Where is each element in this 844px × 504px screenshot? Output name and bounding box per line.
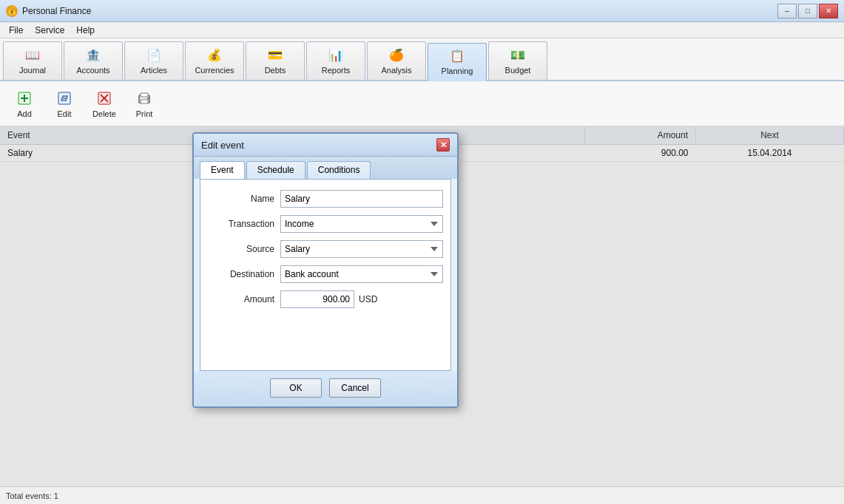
add-button[interactable]: Add (6, 84, 43, 123)
amount-row: Amount USD (208, 290, 443, 308)
destination-label: Destination (208, 269, 274, 279)
nav-reports[interactable]: 📊 Reports (306, 41, 365, 80)
dialog-footer: OK Cancel (194, 371, 457, 406)
source-select[interactable]: Salary Cash Bank account (280, 240, 443, 258)
menu-bar: File Service Help (0, 22, 844, 38)
menu-help[interactable]: Help (70, 24, 101, 37)
transaction-row: Transaction Income Expense Transfer (208, 215, 443, 233)
dialog-titlebar: Edit event ✕ (194, 134, 457, 157)
destination-select[interactable]: Bank account Cash Salary (280, 265, 443, 283)
edit-icon (55, 89, 73, 107)
nav-planning[interactable]: 📋 Planning (428, 43, 487, 81)
amount-label: Amount (208, 294, 274, 304)
nav-analysis[interactable]: 🍊 Analysis (367, 41, 426, 80)
dialog-overlay: Edit event ✕ Event Schedule Conditions N… (0, 126, 844, 486)
dialog-body: Event Schedule Conditions Name Transacti… (194, 157, 457, 406)
print-icon (135, 89, 153, 107)
analysis-icon: 🍊 (388, 46, 405, 64)
source-label: Source (208, 244, 274, 254)
status-text: Total events: 1 (6, 491, 58, 500)
ok-button[interactable]: OK (270, 378, 322, 398)
svg-rect-9 (141, 100, 148, 103)
print-label: Print (136, 109, 153, 118)
accounts-icon: 🏦 (84, 46, 102, 64)
name-label: Name (208, 194, 274, 204)
svg-rect-10 (141, 93, 148, 97)
delete-icon (95, 89, 113, 107)
menu-file[interactable]: File (3, 24, 29, 37)
title-bar: 💰 Personal Finance – □ ✕ (0, 0, 844, 22)
add-label: Add (17, 109, 32, 118)
print-button[interactable]: Print (126, 84, 163, 123)
nav-debts[interactable]: 💳 Debts (246, 41, 305, 80)
edit-button[interactable]: Edit (46, 84, 83, 123)
dialog-tabs: Event Schedule Conditions (194, 157, 457, 179)
menu-service[interactable]: Service (29, 24, 70, 37)
add-icon (16, 89, 33, 107)
transaction-label: Transaction (208, 219, 274, 229)
nav-budget-label: Budget (505, 66, 531, 75)
delete-label: Delete (92, 109, 116, 118)
name-input[interactable] (280, 190, 443, 208)
amount-controls: USD (280, 290, 377, 308)
minimize-button[interactable]: – (777, 4, 797, 18)
tab-event[interactable]: Event (200, 161, 245, 179)
dialog-tab-content: Name Transaction Income Expense Transfer (200, 179, 451, 371)
journal-icon: 📖 (24, 46, 41, 64)
nav-articles[interactable]: 📄 Articles (124, 41, 183, 80)
close-button[interactable]: ✕ (819, 4, 838, 18)
window-title: Personal Finance (22, 6, 91, 16)
nav-journal-label: Journal (19, 66, 46, 75)
amount-input[interactable] (280, 290, 354, 308)
dialog-close-button[interactable]: ✕ (436, 138, 450, 151)
edit-label: Edit (58, 109, 72, 118)
articles-icon: 📄 (145, 46, 163, 64)
nav-currencies[interactable]: 💰 Currencies (185, 41, 244, 80)
tab-schedule[interactable]: Schedule (246, 161, 305, 179)
nav-analysis-label: Analysis (382, 66, 412, 75)
maximize-button[interactable]: □ (798, 4, 817, 18)
debts-icon: 💳 (266, 46, 284, 64)
nav-articles-label: Articles (141, 66, 167, 75)
budget-icon: 💵 (509, 46, 527, 64)
action-toolbar: Add Edit Delete (0, 81, 844, 126)
tab-conditions[interactable]: Conditions (307, 161, 371, 179)
nav-debts-label: Debts (265, 66, 286, 75)
nav-planning-label: Planning (442, 67, 473, 75)
nav-budget[interactable]: 💵 Budget (488, 41, 547, 80)
nav-currencies-label: Currencies (195, 66, 234, 75)
nav-journal[interactable]: 📖 Journal (3, 41, 62, 80)
title-bar-left: 💰 Personal Finance (6, 5, 91, 17)
dialog-title: Edit event (201, 140, 244, 151)
destination-row: Destination Bank account Cash Salary (208, 265, 443, 283)
transaction-select[interactable]: Income Expense Transfer (280, 215, 443, 233)
window-controls: – □ ✕ (777, 4, 838, 18)
cancel-button[interactable]: Cancel (329, 378, 381, 398)
source-row: Source Salary Cash Bank account (208, 240, 443, 258)
delete-button[interactable]: Delete (86, 84, 123, 123)
svg-point-11 (147, 98, 149, 99)
currency-label: USD (359, 294, 377, 304)
nav-accounts[interactable]: 🏦 Accounts (64, 41, 123, 80)
currencies-icon: 💰 (206, 46, 223, 64)
nav-reports-label: Reports (322, 66, 351, 75)
app-icon: 💰 (6, 5, 18, 17)
nav-toolbar: 📖 Journal 🏦 Accounts 📄 Articles 💰 Curren… (0, 38, 844, 81)
edit-event-dialog: Edit event ✕ Event Schedule Conditions N… (192, 132, 459, 408)
planning-icon: 📋 (448, 47, 466, 64)
nav-accounts-label: Accounts (76, 66, 109, 75)
status-bar: Total events: 1 (0, 486, 844, 504)
reports-icon: 📊 (327, 46, 345, 64)
main-content: Event Amount Next Salary 900.00 15.04.20… (0, 126, 844, 486)
name-row: Name (208, 190, 443, 208)
